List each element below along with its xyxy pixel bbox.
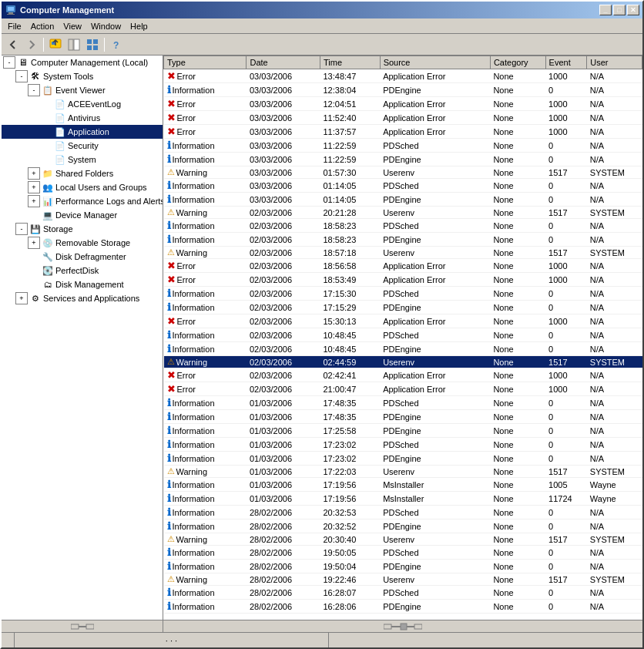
table-row[interactable]: ℹ Information01/03/200617:19:56MsInstall…	[164, 478, 642, 492]
menu-view[interactable]: View	[59, 20, 86, 32]
tree-perfectdisk[interactable]: 💽 PerfectDisk	[2, 264, 163, 277]
table-row[interactable]: ℹ Information03/03/200611:22:59PDEngineN…	[164, 153, 642, 166]
tree-device-manager[interactable]: 💻 Device Manager	[2, 208, 163, 222]
tree-perf-logs[interactable]: + 📊 Performance Logs and Alerts	[2, 194, 163, 208]
menu-action[interactable]: Action	[26, 20, 59, 32]
col-user[interactable]: User	[587, 56, 642, 69]
table-row[interactable]: ⚠ Warning02/03/200620:21:28UserenvNone15…	[164, 207, 642, 219]
tree-root[interactable]: - 🖥 Computer Management (Local)	[2, 55, 163, 69]
table-row[interactable]: ℹ Information28/02/200619:50:04PDEngineN…	[164, 560, 642, 573]
table-row[interactable]: ⚠ Warning01/03/200617:22:03UserenvNone15…	[164, 466, 642, 478]
cell-category: None	[490, 111, 545, 125]
cell-source: PDEngine	[380, 520, 490, 533]
table-row[interactable]: ℹ Information02/03/200617:15:30PDSchedNo…	[164, 287, 642, 301]
tree-expander-storage[interactable]: -	[15, 223, 28, 235]
table-row[interactable]: ✖ Error03/03/200613:48:47Application Err…	[164, 69, 642, 83]
svg-rect-18	[401, 624, 407, 630]
table-row[interactable]: ℹ Information03/03/200612:38:04PDEngineN…	[164, 83, 642, 97]
table-row[interactable]: ℹ Information02/03/200618:58:23PDEngineN…	[164, 233, 642, 247]
table-row[interactable]: ✖ Error03/03/200612:04:51Application Err…	[164, 97, 642, 111]
table-row[interactable]: ✖ Error02/03/200621:00:47Application Err…	[164, 382, 642, 396]
table-row[interactable]: ℹ Information28/02/200616:28:06PDEngineN…	[164, 600, 642, 614]
tree-storage[interactable]: - 💾 Storage	[2, 222, 163, 236]
table-row[interactable]: ℹ Information01/03/200617:19:56MsInstall…	[164, 492, 642, 506]
table-row[interactable]: ℹ Information03/03/200611:22:59PDSchedNo…	[164, 139, 642, 153]
forward-button[interactable]	[23, 36, 40, 53]
tree-expander-services[interactable]: +	[15, 292, 28, 304]
table-row[interactable]: ✖ Error02/03/200618:56:58Application Err…	[164, 259, 642, 273]
table-row[interactable]: ℹ Information01/03/200617:25:58PDEngineN…	[164, 424, 642, 438]
tree-expander-system-tools[interactable]: -	[15, 70, 28, 82]
table-row[interactable]: ℹ Information03/03/200601:14:05PDSchedNo…	[164, 179, 642, 193]
menu-window[interactable]: Window	[86, 20, 126, 32]
tree-event-viewer[interactable]: - 📋 Event Viewer	[2, 83, 163, 97]
table-row[interactable]: ℹ Information01/03/200617:48:35PDEngineN…	[164, 410, 642, 424]
tree-expander-root[interactable]: -	[3, 56, 15, 69]
table-row[interactable]: ℹ Information02/03/200618:58:23PDSchedNo…	[164, 219, 642, 233]
table-row[interactable]: ℹ Information28/02/200620:32:53PDSchedNo…	[164, 506, 642, 520]
col-date[interactable]: Date	[247, 56, 320, 69]
table-row[interactable]: ✖ Error02/03/200618:53:49Application Err…	[164, 273, 642, 287]
table-row[interactable]: ✖ Error02/03/200615:30:13Application Err…	[164, 314, 642, 328]
tree-security[interactable]: 📄 Security	[2, 139, 163, 153]
tree-expander-shared[interactable]: +	[28, 167, 40, 180]
maximize-button[interactable]: □	[613, 5, 626, 15]
col-source[interactable]: Source	[380, 56, 490, 69]
cell-source: Userenv	[380, 356, 490, 368]
tree-acceventlog[interactable]: 📄 ACEEventLog	[2, 97, 163, 111]
tree-expander-event-viewer[interactable]: -	[28, 84, 40, 96]
close-button[interactable]: ✕	[627, 5, 639, 15]
table-row[interactable]: ⚠ Warning03/03/200601:57:30UserenvNone15…	[164, 166, 642, 179]
menu-help[interactable]: Help	[126, 20, 153, 32]
right-h-scroll[interactable]	[163, 620, 642, 632]
col-time[interactable]: Time	[320, 56, 381, 69]
table-row[interactable]: ⚠ Warning02/03/200618:57:18UserenvNone15…	[164, 247, 642, 259]
table-row[interactable]: ✖ Error03/03/200611:52:40Application Err…	[164, 111, 642, 125]
table-row[interactable]: ℹ Information02/03/200610:48:45PDEngineN…	[164, 342, 642, 356]
tree-local-users[interactable]: + 👥 Local Users and Groups	[2, 180, 163, 194]
tree-expander-perf[interactable]: +	[28, 195, 40, 207]
tree-disk-defrag[interactable]: 🔧 Disk Defragmenter	[2, 250, 163, 264]
table-row[interactable]: ℹ Information02/03/200610:48:45PDSchedNo…	[164, 328, 642, 342]
table-row[interactable]: ⚠ Warning02/03/200602:44:59UserenvNone15…	[164, 356, 642, 368]
tree-system-tools[interactable]: - 🛠 System Tools	[2, 69, 163, 83]
cell-user: N/A	[587, 342, 642, 356]
back-button[interactable]	[5, 36, 22, 53]
tree-application[interactable]: 📄 Application	[2, 125, 163, 139]
info-icon: ℹ	[167, 506, 171, 518]
tree-shared-folders[interactable]: + 📁 Shared Folders	[2, 166, 163, 180]
table-row[interactable]: ⚠ Warning28/02/200620:30:40UserenvNone15…	[164, 533, 642, 546]
table-row[interactable]: ℹ Information01/03/200617:23:02PDSchedNo…	[164, 438, 642, 452]
table-row[interactable]: ℹ Information01/03/200617:23:02PDEngineN…	[164, 452, 642, 466]
table-row[interactable]: ℹ Information28/02/200619:50:05PDSchedNo…	[164, 546, 642, 560]
table-row[interactable]: ℹ Information02/03/200617:15:29PDEngineN…	[164, 301, 642, 314]
table-row[interactable]: ℹ Information01/03/200617:48:35PDSchedNo…	[164, 396, 642, 410]
left-h-scroll[interactable]	[2, 620, 163, 632]
show-hide-tree[interactable]	[65, 36, 82, 53]
minimize-button[interactable]: _	[599, 5, 612, 15]
table-scroll[interactable]: Type Date Time Source Category Event Use…	[163, 55, 642, 620]
col-category[interactable]: Category	[490, 56, 545, 69]
tree-expander-users[interactable]: +	[28, 181, 40, 193]
menu-file[interactable]: File	[3, 20, 26, 32]
table-row[interactable]: ✖ Error02/03/200602:42:41Application Err…	[164, 368, 642, 382]
table-row[interactable]: ℹ Information28/02/200620:32:52PDEngineN…	[164, 520, 642, 533]
tree-disk-mgmt[interactable]: 🗂 Disk Management	[2, 277, 163, 291]
table-row[interactable]: ℹ Information03/03/200601:14:05PDEngineN…	[164, 193, 642, 207]
table-row[interactable]: ✖ Error03/03/200611:37:57Application Err…	[164, 125, 642, 139]
cell-event: 1000	[545, 259, 587, 273]
tree-antivirus[interactable]: 📄 Antivirus	[2, 111, 163, 125]
col-event[interactable]: Event	[545, 56, 587, 69]
up-button[interactable]	[47, 36, 64, 53]
table-row[interactable]: ⚠ Warning28/02/200619:22:46UserenvNone15…	[164, 573, 642, 586]
tree-removable[interactable]: + 💿 Removable Storage	[2, 236, 163, 250]
tree-services[interactable]: + ⚙ Services and Applications	[2, 291, 163, 305]
cell-source: PDSched	[380, 506, 490, 520]
svg-rect-13	[71, 624, 79, 629]
tree-expander-removable[interactable]: +	[28, 237, 40, 249]
col-type[interactable]: Type	[164, 56, 247, 69]
tree-system[interactable]: 📄 System	[2, 153, 163, 166]
help-button[interactable]: ?	[108, 36, 125, 53]
view-toggle[interactable]	[84, 36, 101, 53]
table-row[interactable]: ℹ Information28/02/200616:28:07PDSchedNo…	[164, 586, 642, 600]
